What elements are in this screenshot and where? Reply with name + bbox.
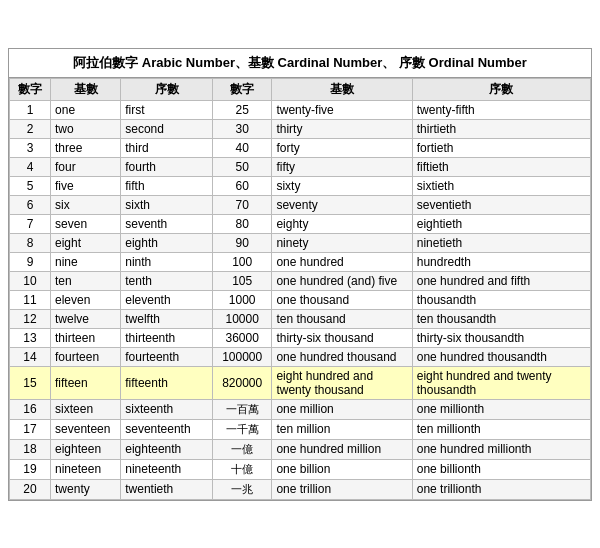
left-num: 13 (10, 328, 51, 347)
right-cardinal: one hundred (272, 252, 412, 271)
left-num: 14 (10, 347, 51, 366)
table-row: 4fourfourth50fiftyfiftieth (10, 157, 591, 176)
table-row: 8eighteighth90ninetyninetieth (10, 233, 591, 252)
right-cardinal: eight hundred and twenty thousand (272, 366, 412, 399)
right-num: 1000 (213, 290, 272, 309)
left-ordinal: third (121, 138, 213, 157)
left-ordinal: eleventh (121, 290, 213, 309)
left-cardinal: twelve (51, 309, 121, 328)
right-cardinal: seventy (272, 195, 412, 214)
table-row: 20twentytwentieth一兆one trillionone trill… (10, 479, 591, 499)
left-ordinal: sixteenth (121, 399, 213, 419)
right-cardinal: ninety (272, 233, 412, 252)
left-num: 6 (10, 195, 51, 214)
right-num: 105 (213, 271, 272, 290)
right-num: 70 (213, 195, 272, 214)
right-cardinal: sixty (272, 176, 412, 195)
left-cardinal: fifteen (51, 366, 121, 399)
left-cardinal: sixteen (51, 399, 121, 419)
left-ordinal: first (121, 100, 213, 119)
left-ordinal: thirteenth (121, 328, 213, 347)
left-ordinal: tenth (121, 271, 213, 290)
right-ordinal: fiftieth (412, 157, 590, 176)
left-ordinal: nineteenth (121, 459, 213, 479)
right-num: 30 (213, 119, 272, 138)
right-num: 50 (213, 157, 272, 176)
left-num: 19 (10, 459, 51, 479)
title: 阿拉伯數字 Arabic Number、基數 Cardinal Number、 … (9, 49, 591, 78)
left-num: 12 (10, 309, 51, 328)
right-num: 80 (213, 214, 272, 233)
left-ordinal: seventeenth (121, 419, 213, 439)
left-ordinal: ninth (121, 252, 213, 271)
left-cardinal: nineteen (51, 459, 121, 479)
right-ordinal: eight hundred and twenty thousandth (412, 366, 590, 399)
right-cardinal: eighty (272, 214, 412, 233)
left-num: 11 (10, 290, 51, 309)
right-cardinal: one billion (272, 459, 412, 479)
right-ordinal: one billionth (412, 459, 590, 479)
right-num: 25 (213, 100, 272, 119)
right-num: 820000 (213, 366, 272, 399)
left-cardinal: twenty (51, 479, 121, 499)
right-num: 60 (213, 176, 272, 195)
left-num: 2 (10, 119, 51, 138)
table-row: 11eleveneleventh1000one thousandthousand… (10, 290, 591, 309)
right-num: 10000 (213, 309, 272, 328)
header-ordinal-right: 序數 (412, 78, 590, 100)
right-ordinal: twenty-fifth (412, 100, 590, 119)
table-row: 10tententh105one hundred (and) fiveone h… (10, 271, 591, 290)
right-cardinal: twenty-five (272, 100, 412, 119)
right-ordinal: one hundred and fifth (412, 271, 590, 290)
right-cardinal: one million (272, 399, 412, 419)
right-num: 90 (213, 233, 272, 252)
left-cardinal: three (51, 138, 121, 157)
table-row: 6sixsixth70seventyseventieth (10, 195, 591, 214)
header-ordinal-left: 序數 (121, 78, 213, 100)
left-ordinal: eighteenth (121, 439, 213, 459)
left-cardinal: seven (51, 214, 121, 233)
main-container: 阿拉伯數字 Arabic Number、基數 Cardinal Number、 … (8, 48, 592, 501)
table-row: 19nineteennineteenth十億one billionone bil… (10, 459, 591, 479)
right-ordinal: ten millionth (412, 419, 590, 439)
table-row: 18eighteeneighteenth一億one hundred millio… (10, 439, 591, 459)
right-ordinal: thirtieth (412, 119, 590, 138)
left-num: 4 (10, 157, 51, 176)
right-ordinal: thirty-six thousandth (412, 328, 590, 347)
right-num: 100000 (213, 347, 272, 366)
right-num: 一百萬 (213, 399, 272, 419)
left-cardinal: two (51, 119, 121, 138)
right-ordinal: sixtieth (412, 176, 590, 195)
left-cardinal: ten (51, 271, 121, 290)
right-ordinal: ten thousandth (412, 309, 590, 328)
left-ordinal: fourteenth (121, 347, 213, 366)
left-ordinal: fifth (121, 176, 213, 195)
left-cardinal: seventeen (51, 419, 121, 439)
left-ordinal: eighth (121, 233, 213, 252)
left-num: 10 (10, 271, 51, 290)
left-cardinal: eighteen (51, 439, 121, 459)
left-ordinal: fifteenth (121, 366, 213, 399)
left-ordinal: second (121, 119, 213, 138)
right-ordinal: one hundred millionth (412, 439, 590, 459)
table-row: 17seventeenseventeenth一千萬ten millionten … (10, 419, 591, 439)
table-row: 13thirteenthirteenth36000thirty-six thou… (10, 328, 591, 347)
header-num-left: 數字 (10, 78, 51, 100)
left-num: 1 (10, 100, 51, 119)
table-row: 9nineninth100one hundredhundredth (10, 252, 591, 271)
left-num: 3 (10, 138, 51, 157)
right-cardinal: fifty (272, 157, 412, 176)
header-cardinal-right: 基數 (272, 78, 412, 100)
table-row: 7sevenseventh80eightyeightieth (10, 214, 591, 233)
table-row: 12twelvetwelfth10000ten thousandten thou… (10, 309, 591, 328)
right-ordinal: ninetieth (412, 233, 590, 252)
right-cardinal: one thousand (272, 290, 412, 309)
left-num: 17 (10, 419, 51, 439)
right-cardinal: one trillion (272, 479, 412, 499)
left-num: 8 (10, 233, 51, 252)
table-row: 14fourteenfourteenth100000one hundred th… (10, 347, 591, 366)
table-row: 16sixteensixteenth一百萬one millionone mill… (10, 399, 591, 419)
right-cardinal: one hundred million (272, 439, 412, 459)
table-row: 5fivefifth60sixtysixtieth (10, 176, 591, 195)
left-cardinal: one (51, 100, 121, 119)
